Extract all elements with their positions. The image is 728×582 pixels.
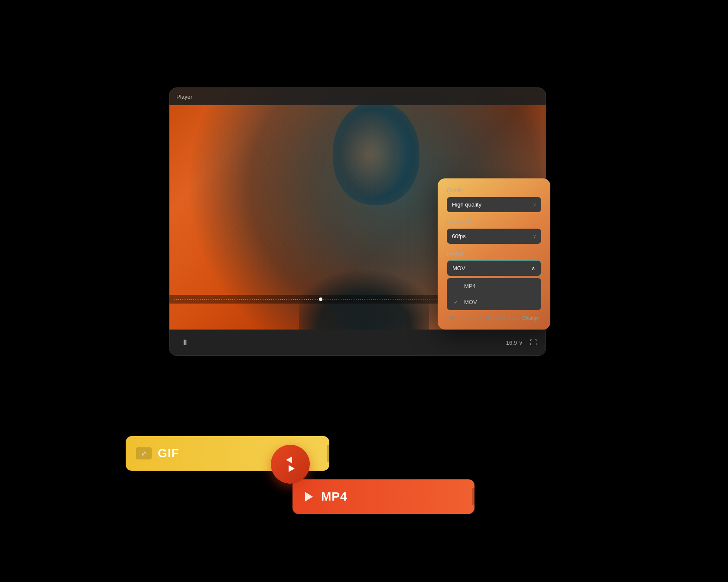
scene: Player ⏸ 16:9 ∨ [126, 53, 602, 529]
gif-label: GIF [158, 446, 179, 460]
save-note-text: * Will be saved to YEUNG's space [447, 315, 519, 320]
timeline-progress [174, 299, 321, 300]
mov-option-label: MOV [464, 299, 477, 305]
convert-arrows-icon [287, 456, 293, 472]
play-icon [305, 492, 313, 501]
controls-bar: ⏸ 16:9 ∨ ⛶ [169, 330, 546, 356]
mp4-card[interactable]: MP4 [292, 479, 474, 514]
arrow-left-icon [286, 456, 292, 463]
play-pause-button[interactable]: ⏸ [178, 336, 192, 349]
format-value: MOV [452, 265, 465, 272]
convert-button[interactable] [271, 445, 310, 484]
arrow-right-icon [289, 465, 295, 472]
quality-panel: Quality High quality ∨ Frame rate 60fps … [438, 178, 550, 330]
aspect-ratio-chevron: ∨ [519, 340, 523, 346]
gif-icon-box: ⤢ [136, 447, 152, 459]
quality-label: Quality [447, 188, 541, 194]
mp4-card-handle[interactable] [472, 488, 474, 505]
format-chevron-icon: ∧ [531, 265, 536, 272]
save-note: * Will be saved to YEUNG's space Change [447, 315, 541, 320]
fullscreen-button[interactable]: ⛶ [530, 339, 537, 346]
format-option-mp4[interactable]: MP4 [447, 278, 541, 294]
format-dropdown: MP4 ✓ MOV [447, 278, 541, 310]
mp4-option-label: MP4 [464, 283, 476, 289]
framerate-select[interactable]: 60fps ∨ [447, 229, 541, 244]
format-select-header[interactable]: MOV ∧ [447, 261, 541, 276]
face-detail [334, 112, 403, 198]
gif-arrow-icon: ⤢ [141, 450, 146, 457]
framerate-label: Frame rate [447, 219, 541, 225]
aspect-ratio-label: 16:9 [506, 340, 517, 346]
quality-chevron-icon: ∨ [533, 202, 536, 207]
format-option-mov[interactable]: ✓ MOV [447, 294, 541, 310]
shoulder-shape [299, 243, 429, 330]
mp4-label: MP4 [321, 490, 348, 504]
format-label: Format [447, 251, 541, 257]
quality-select[interactable]: High quality ∨ [447, 197, 541, 212]
mp4-icon-box [303, 491, 315, 503]
mov-check-icon: ✓ [454, 299, 461, 305]
quality-value: High quality [452, 201, 481, 208]
change-link[interactable]: Change [522, 315, 539, 320]
format-select-open[interactable]: MOV ∧ [447, 260, 541, 276]
framerate-value: 60fps [452, 233, 466, 239]
timeline-thumb [319, 297, 322, 301]
player-titlebar: Player [169, 88, 546, 105]
aspect-ratio-button[interactable]: 16:9 ∨ [506, 340, 523, 346]
gif-card-handle[interactable] [327, 445, 329, 462]
framerate-chevron-icon: ∨ [533, 234, 536, 239]
player-title: Player [176, 94, 192, 100]
